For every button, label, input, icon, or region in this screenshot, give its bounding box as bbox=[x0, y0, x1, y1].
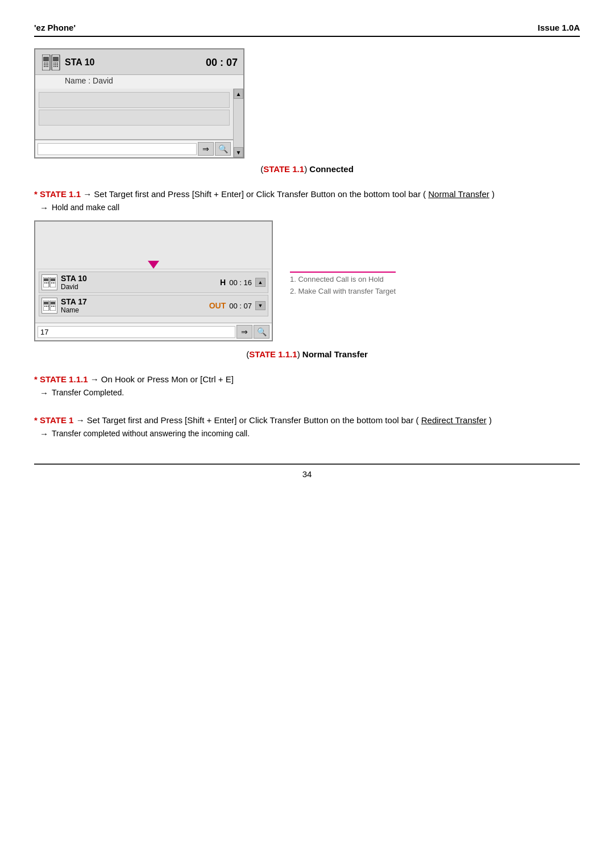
svg-rect-26 bbox=[48, 282, 49, 283]
state-label-1-1-red: STATE 1.1 bbox=[263, 164, 304, 174]
phone-timer: 00 : 07 bbox=[206, 57, 238, 69]
phone-scrollbar[interactable]: ▲ ▼ bbox=[233, 89, 243, 157]
instruction-3-highlight: Redirect Transfer bbox=[421, 415, 487, 425]
state-label-1-1-text: Connected bbox=[309, 164, 354, 174]
phone-dial-button[interactable]: ⇒ bbox=[198, 142, 214, 156]
svg-rect-13 bbox=[53, 62, 55, 64]
svg-rect-5 bbox=[44, 64, 45, 65]
instruction-2-text: On Hook or Press Mon or [Ctrl + E] bbox=[101, 374, 234, 384]
phone-name-value: David bbox=[93, 76, 113, 85]
svg-rect-15 bbox=[57, 62, 58, 64]
page-number: 34 bbox=[302, 469, 312, 479]
svg-rect-38 bbox=[51, 302, 55, 304]
phone-search-button[interactable]: 🔍 bbox=[215, 142, 231, 156]
instruction-3-main: * STATE 1 → Set Target first and Press [… bbox=[34, 414, 580, 427]
phone-box-connected: STA 10 00 : 07 Name : David bbox=[34, 48, 244, 158]
row1-scroll-up[interactable]: ▲ bbox=[255, 278, 265, 287]
state-label-1-1-1-red: STATE 1.1.1 bbox=[249, 349, 297, 359]
svg-rect-24 bbox=[44, 282, 45, 283]
instruction-block-2: * STATE 1.1.1 → On Hook or Press Mon or … bbox=[34, 373, 580, 400]
instruction-3-arrow: → bbox=[76, 415, 87, 425]
phone2-container: STA 10 David H 00 : 16 ▲ bbox=[34, 220, 273, 345]
pink-divider-line bbox=[290, 272, 396, 273]
state-1-label-b: STATE 1 bbox=[40, 415, 73, 425]
row2-scroll-down[interactable]: ▼ bbox=[255, 301, 265, 310]
instruction-2-bullet-text: Transfer Completed. bbox=[52, 386, 124, 399]
star-state-label: * bbox=[34, 189, 40, 199]
arrow-char-3: → bbox=[40, 427, 48, 441]
side-note-1: 1. Connected Call is on Hold bbox=[290, 275, 396, 283]
instruction-1-arrow: → bbox=[83, 189, 94, 199]
svg-rect-30 bbox=[53, 282, 54, 283]
header-title-right: Issue 1.0A bbox=[538, 23, 580, 32]
svg-rect-28 bbox=[51, 278, 55, 281]
row1-timer: 00 : 16 bbox=[229, 278, 252, 287]
instruction-1-bullet-text: Hold and make call bbox=[52, 201, 119, 214]
svg-rect-33 bbox=[44, 302, 48, 304]
page: 'ez Phone' Issue 1.0A bbox=[0, 0, 614, 868]
svg-rect-19 bbox=[53, 66, 55, 67]
svg-rect-25 bbox=[46, 282, 47, 283]
instruction-1-main: * STATE 1.1 → Set Target first and Press… bbox=[34, 187, 580, 201]
arrow-char-2: → bbox=[40, 386, 48, 400]
svg-rect-29 bbox=[51, 282, 52, 283]
svg-rect-41 bbox=[55, 306, 55, 307]
phone-name-key: Name bbox=[65, 76, 86, 85]
phone-body-area: ⇒ 🔍 ▲ ▼ bbox=[35, 89, 243, 157]
phone-input-row: ⇒ 🔍 bbox=[35, 140, 233, 157]
svg-rect-9 bbox=[45, 66, 47, 67]
svg-rect-3 bbox=[45, 62, 47, 64]
svg-rect-4 bbox=[47, 62, 48, 64]
svg-rect-14 bbox=[55, 62, 56, 64]
phone2-search-button[interactable]: 🔍 bbox=[254, 325, 269, 339]
svg-rect-20 bbox=[55, 66, 56, 67]
header-title-left: 'ez Phone' bbox=[34, 23, 76, 32]
svg-rect-6 bbox=[45, 64, 47, 65]
phone-list-area bbox=[36, 91, 232, 137]
phone2-dial-input[interactable] bbox=[38, 326, 235, 338]
phone-main-area: ⇒ 🔍 bbox=[35, 89, 233, 157]
svg-rect-35 bbox=[46, 306, 47, 307]
state-1-1-label: STATE 1.1 bbox=[40, 189, 81, 199]
row1-sta: STA 10 bbox=[61, 274, 217, 283]
footer: 34 bbox=[34, 464, 580, 479]
instruction-2-main: * STATE 1.1.1 → On Hook or Press Mon or … bbox=[34, 373, 580, 386]
svg-rect-21 bbox=[57, 66, 58, 67]
phone-handset-icon bbox=[41, 54, 61, 71]
scrollbar-up-button[interactable]: ▲ bbox=[234, 89, 243, 99]
state-label-1-1-1-text: Normal Transfer bbox=[302, 349, 368, 359]
instruction-1-text: Set Target first and Press [Shift + Ente… bbox=[94, 189, 426, 199]
instruction-1-bullet: → Hold and make call bbox=[40, 201, 580, 215]
phone-dial-input[interactable] bbox=[38, 143, 197, 155]
instruction-block-3: * STATE 1 → Set Target first and Press [… bbox=[34, 414, 580, 441]
svg-rect-40 bbox=[53, 306, 54, 307]
instruction-1-highlight: Normal Transfer bbox=[428, 189, 489, 199]
scrollbar-down-button[interactable]: ▼ bbox=[234, 147, 243, 157]
svg-rect-39 bbox=[51, 306, 52, 307]
row2-timer: 00 : 07 bbox=[229, 302, 252, 310]
header: 'ez Phone' Issue 1.0A bbox=[34, 23, 580, 37]
svg-rect-17 bbox=[55, 64, 56, 65]
svg-rect-10 bbox=[47, 66, 48, 67]
phone-box-transfer: STA 10 David H 00 : 16 ▲ bbox=[34, 220, 273, 341]
phone-sta-label: STA 10 bbox=[65, 57, 94, 68]
phone-body bbox=[35, 89, 233, 140]
side-note-2: 2. Make Call with transfer Target bbox=[290, 287, 396, 295]
svg-rect-23 bbox=[44, 278, 48, 281]
caption-state-1-1-1: (STATE 1.1.1) Normal Transfer bbox=[34, 349, 580, 359]
star3: * bbox=[34, 415, 38, 425]
svg-rect-34 bbox=[44, 306, 45, 307]
instruction-3-bullet-text: Transfer completed without answering the… bbox=[52, 427, 250, 440]
state-1-1-1-label: STATE 1.1.1 bbox=[40, 374, 88, 384]
row2-sta: STA 17 bbox=[61, 297, 206, 306]
phone-top-bar: STA 10 00 : 07 bbox=[35, 49, 243, 75]
svg-rect-31 bbox=[55, 282, 55, 283]
svg-rect-36 bbox=[48, 306, 49, 307]
svg-rect-2 bbox=[44, 62, 45, 64]
row1-status: H bbox=[220, 278, 226, 287]
instruction-3-text2: ) bbox=[489, 415, 492, 425]
phone2-wrapper: STA 10 David H 00 : 16 ▲ bbox=[34, 220, 580, 345]
phone2-input-row: ⇒ 🔍 bbox=[35, 323, 272, 340]
phone2-dial-button[interactable]: ⇒ bbox=[237, 325, 252, 339]
instruction-2-arrow: → bbox=[90, 374, 101, 384]
